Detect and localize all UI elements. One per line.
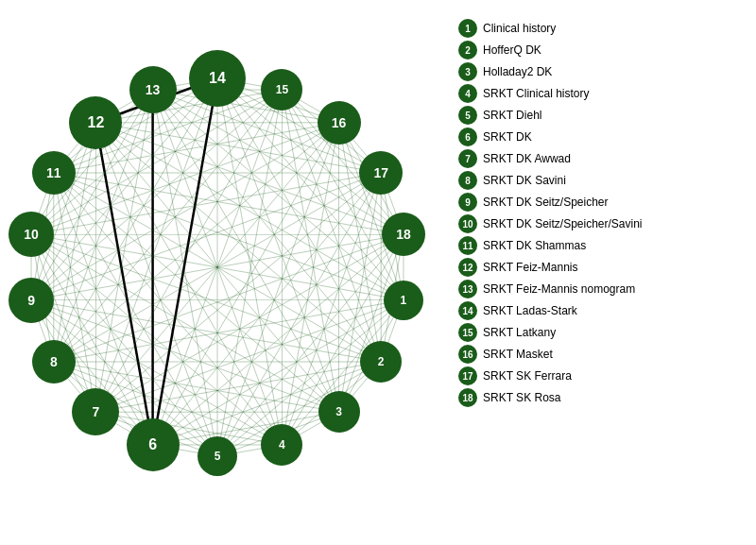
node-3: 3 <box>318 391 360 433</box>
legend-label-15: SRKT Latkany <box>483 326 556 339</box>
node-12: 12 <box>69 96 122 149</box>
legend-item-4: 4SRKT Clinical history <box>458 84 747 103</box>
legend-circle-2: 2 <box>458 41 477 60</box>
legend-label-11: SRKT DK Shammas <box>483 239 586 252</box>
legend-item-6: 6SRKT DK <box>458 128 747 146</box>
content-area: 123456789101112131415161718 1Clinical hi… <box>9 14 747 512</box>
chart-area: 123456789101112131415161718 <box>9 14 444 515</box>
legend-label-9: SRKT DK Seitz/Speicher <box>483 196 609 209</box>
legend-label-7: SRKT DK Awwad <box>483 152 571 165</box>
node-5: 5 <box>198 436 237 476</box>
legend-item-12: 12SRKT Feiz-Mannis <box>458 258 747 277</box>
node-7: 7 <box>72 388 119 435</box>
svg-line-86 <box>153 234 404 445</box>
legend-circle-11: 11 <box>458 236 477 255</box>
legend-circle-8: 8 <box>458 171 477 190</box>
node-6: 6 <box>127 418 180 471</box>
node-1: 1 <box>384 281 423 320</box>
node-14: 14 <box>189 50 246 107</box>
node-10: 10 <box>9 212 54 257</box>
legend-label-2: HofferQ DK <box>483 43 541 57</box>
legend-circle-13: 13 <box>458 280 477 298</box>
legend-label-6: SRKT DK <box>483 130 532 144</box>
legend-label-10: SRKT DK Seitz/Speicher/Savini <box>483 217 643 230</box>
legend-item-3: 3Holladay2 DK <box>458 62 747 81</box>
legend-circle-16: 16 <box>458 345 477 364</box>
main-container: 123456789101112131415161718 1Clinical hi… <box>0 0 756 545</box>
legend-circle-6: 6 <box>458 128 477 146</box>
node-2: 2 <box>360 341 402 383</box>
legend-label-4: SRKT Clinical history <box>483 87 589 100</box>
legend-item-14: 14SRKT Ladas-Stark <box>458 301 747 320</box>
legend-circle-4: 4 <box>458 84 477 103</box>
legend-label-14: SRKT Ladas-Stark <box>483 304 577 317</box>
legend-circle-9: 9 <box>458 193 477 212</box>
legend-item-1: 1Clinical history <box>458 19 747 38</box>
legend-label-16: SRKT Masket <box>483 348 553 361</box>
legend-label-5: SRKT Diehl <box>483 109 541 122</box>
node-18: 18 <box>382 213 425 256</box>
legend-label-1: Clinical history <box>483 22 556 35</box>
legend-circle-10: 10 <box>458 214 477 233</box>
legend-item-2: 2HofferQ DK <box>458 41 747 60</box>
node-13: 13 <box>129 66 177 113</box>
legend-item-10: 10SRKT DK Seitz/Speicher/Savini <box>458 214 747 233</box>
node-16: 16 <box>318 101 361 145</box>
legend-label-17: SRKT SK Ferrara <box>483 369 572 383</box>
legend-item-18: 18SRKT SK Rosa <box>458 388 747 407</box>
legend-circle-3: 3 <box>458 62 477 81</box>
legend-label-8: SRKT DK Savini <box>483 174 566 187</box>
legend-label-13: SRKT Feiz-Mannis nomogram <box>483 282 635 296</box>
node-9: 9 <box>9 278 54 323</box>
legend-circle-17: 17 <box>458 366 477 385</box>
legend-item-15: 15SRKT Latkany <box>458 323 747 342</box>
legend-area: 1Clinical history2HofferQ DK3Holladay2 D… <box>444 14 747 512</box>
legend-item-13: 13SRKT Feiz-Mannis nomogram <box>458 280 747 298</box>
node-8: 8 <box>32 340 76 383</box>
node-17: 17 <box>359 151 403 195</box>
legend-label-12: SRKT Feiz-Mannis <box>483 261 577 274</box>
legend-item-17: 17SRKT SK Ferrara <box>458 366 747 385</box>
legend-item-9: 9SRKT DK Seitz/Speicher <box>458 193 747 212</box>
node-4: 4 <box>261 424 302 466</box>
legend-item-11: 11SRKT DK Shammas <box>458 236 747 255</box>
legend-label-18: SRKT SK Rosa <box>483 391 560 404</box>
svg-line-137 <box>95 123 404 234</box>
legend-item-7: 7SRKT DK Awwad <box>458 149 747 168</box>
legend-circle-1: 1 <box>458 19 477 38</box>
legend-item-8: 8SRKT DK Savini <box>458 171 747 190</box>
legend-label-3: Holladay2 DK <box>483 65 552 78</box>
legend-circle-15: 15 <box>458 323 477 342</box>
legend-circle-5: 5 <box>458 106 477 125</box>
legend-circle-14: 14 <box>458 301 477 320</box>
node-15: 15 <box>261 69 302 111</box>
legend-item-16: 16SRKT Masket <box>458 345 747 364</box>
legend-circle-12: 12 <box>458 258 477 277</box>
legend-item-5: 5SRKT Diehl <box>458 106 747 125</box>
legend-circle-7: 7 <box>458 149 477 168</box>
legend-circle-18: 18 <box>458 388 477 407</box>
node-11: 11 <box>32 151 76 195</box>
